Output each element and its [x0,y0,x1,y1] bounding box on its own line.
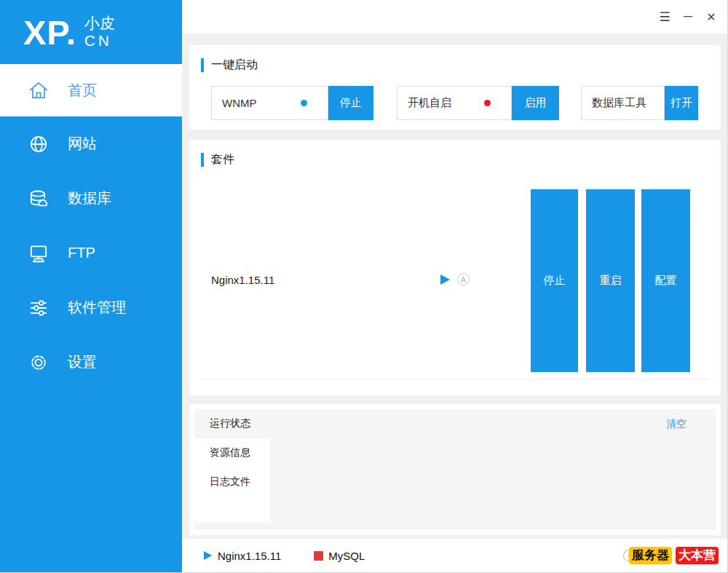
sidebar-item-settings[interactable]: 设置 [0,335,182,390]
sidebar: XP. 小皮 CN 首页 [0,0,182,573]
server-badge[interactable]: 服务器 [629,547,672,564]
minimize-icon[interactable]: ─ [676,5,700,28]
menu-icon[interactable]: ☰ [653,5,676,28]
open-button[interactable]: 打开 [665,86,698,120]
home-icon [28,79,50,101]
sidebar-item-software[interactable]: 软件管理 [0,280,182,335]
monitor-icon [28,242,50,264]
status-bar-right: i 服务器 大本营 [623,547,720,564]
sliders-icon [28,297,50,319]
accent-bar [201,58,204,72]
sidebar-item-ftp[interactable]: FTP [0,226,182,280]
sidebar-item-label: 软件管理 [68,298,126,317]
play-icon[interactable] [440,274,450,285]
logo-sub-top: 小皮 [84,15,115,32]
status-content-area: 运行状态 资源信息 日志文件 清空 [194,409,716,530]
status-bar: Nginx1.15.11 MySQL i 服务器 大本营 [182,539,727,572]
database-cloud-icon [28,188,50,210]
suite-restart-button[interactable]: 重启 [586,189,635,372]
wnmp-group: WNMP 停止 [211,86,373,120]
autostart-group: 开机自启 启用 [397,86,559,120]
mysql-status-label: MySQL [328,550,365,562]
db-tool-label: 数据库工具 [592,96,646,110]
nginx-running-icon [204,551,212,560]
sidebar-item-label: 设置 [68,352,97,372]
circle-a-icon[interactable]: A [457,273,470,285]
status-panel: 运行状态 资源信息 日志文件 清空 [189,404,721,535]
quick-start-panel: 一键启动 WNMP 停止 开机自启 启用 数据库工具 打开 [189,45,721,130]
stop-button[interactable]: 停止 [328,86,373,120]
logo-xp-text: XP. [23,15,76,50]
nginx-status-label: Nginx1.15.11 [218,550,281,562]
status-dot-running [301,100,307,106]
status-dot-off [484,100,491,106]
sidebar-item-label: 数据库 [68,189,111,208]
close-icon[interactable]: ✕ [700,5,723,28]
autostart-label: 开机自启 [408,96,451,110]
tab-run-status[interactable]: 运行状态 [194,409,270,438]
logo-sub-text: 小皮 CN [84,15,115,50]
app-logo: XP. 小皮 CN [0,0,182,64]
sidebar-item-website[interactable]: 网站 [0,116,182,171]
sidebar-item-database[interactable]: 数据库 [0,171,182,226]
sidebar-item-label: 首页 [68,81,97,100]
service-name: Nginx1.15.11 [211,274,274,286]
globe-icon [28,133,50,155]
logo-sub-bottom: CN [84,32,115,50]
camp-badge[interactable]: 大本营 [676,547,719,564]
suite-stop-button[interactable]: 停止 [531,189,578,372]
accent-bar [201,153,204,167]
tab-log-files[interactable]: 日志文件 [194,467,270,497]
clear-link[interactable]: 清空 [666,418,687,431]
quick-start-title: 一键启动 [201,58,258,73]
autostart-selector[interactable]: 开机自启 [397,86,512,120]
sidebar-item-label: FTP [68,245,95,261]
mysql-stopped-icon [314,551,323,561]
sidebar-item-home[interactable]: 首页 [0,64,182,116]
wnmp-label: WNMP [222,97,257,109]
phpstudy-window: XP. 小皮 CN 首页 [0,0,728,573]
sidebar-item-label: 网站 [68,134,97,154]
title-bar: ☰ ─ ✕ [182,0,727,33]
suite-config-button[interactable]: 配置 [641,189,690,372]
tab-resource-info[interactable]: 资源信息 [194,438,270,467]
enable-button[interactable]: 启用 [512,86,559,120]
divider [201,379,709,379]
gear-icon [28,352,50,374]
suite-title: 套件 [201,152,234,167]
db-tool-group: 数据库工具 打开 [581,86,698,120]
db-tool-selector[interactable]: 数据库工具 [581,86,665,120]
wnmp-selector[interactable]: WNMP [211,86,328,120]
suite-panel: 套件 Nginx1.15.11 A 停止 重启 配置 [189,140,721,395]
